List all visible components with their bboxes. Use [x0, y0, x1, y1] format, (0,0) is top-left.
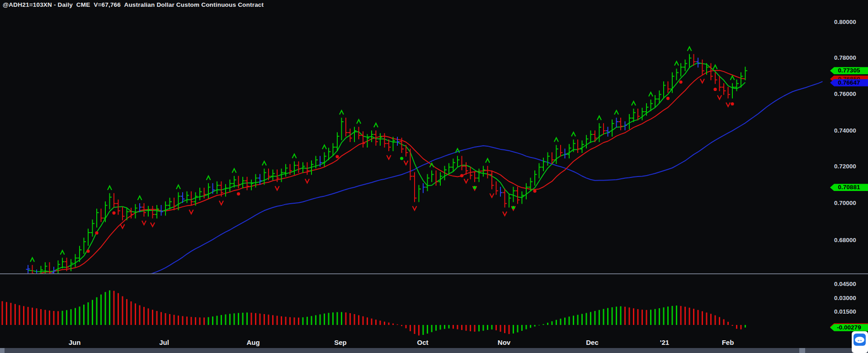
indicator-axis-label: 0.03000 — [834, 295, 867, 301]
fast-ma-line — [28, 63, 745, 272]
month-label-21: '21 — [660, 339, 669, 346]
chart-title: @ADH21=103XN - Daily CME V=67,766 Austra… — [3, 1, 264, 8]
mid-ma-line — [28, 71, 745, 276]
month-label-Nov: Nov — [498, 339, 510, 346]
price-tag-blue-ma: 0.76647 — [830, 79, 868, 86]
price-axis-label: 0.78000 — [834, 54, 867, 61]
indicator-tag-momentum: -0.00279 — [830, 324, 868, 331]
month-label-Jul: Jul — [159, 339, 169, 346]
remote-access-icon[interactable]: ↔ — [854, 334, 866, 346]
indicator-axis-label: 0.01500 — [834, 308, 867, 315]
double-arrow-icon: ↔ — [855, 336, 864, 343]
price-axis-label: 0.72000 — [834, 163, 867, 170]
momentum-panel — [2, 291, 745, 336]
chart-canvas[interactable] — [0, 0, 868, 353]
scrollbar-left-thumb[interactable] — [0, 348, 5, 353]
remote-access-widget[interactable]: ↔ — [852, 331, 868, 353]
price-tag-level: 0.70881 — [830, 184, 868, 191]
price-axis-label: 0.80000 — [834, 19, 867, 25]
scrollbar-right-thumb[interactable] — [799, 348, 805, 353]
horizontal-scrollbar[interactable] — [0, 348, 868, 353]
month-label-Jun: Jun — [69, 339, 81, 346]
main-price-panel — [26, 47, 823, 289]
price-axis-label: 0.76000 — [834, 91, 867, 97]
chart-window: @ADH21=103XN - Daily CME V=67,766 Austra… — [0, 0, 868, 353]
month-label-Feb: Feb — [722, 339, 734, 346]
month-label-Oct: Oct — [417, 339, 428, 346]
month-label-Sep: Sep — [334, 339, 347, 346]
price-axis-label: 0.74000 — [834, 127, 867, 134]
month-label-Dec: Dec — [586, 339, 599, 346]
price-axis-label: 0.70000 — [834, 200, 867, 206]
indicator-axis-label: 0.04500 — [834, 281, 867, 287]
price-tag-last-close: 0.77305 — [830, 67, 868, 74]
price-axis-label: 0.68000 — [834, 237, 867, 243]
month-label-Aug: Aug — [246, 339, 259, 346]
